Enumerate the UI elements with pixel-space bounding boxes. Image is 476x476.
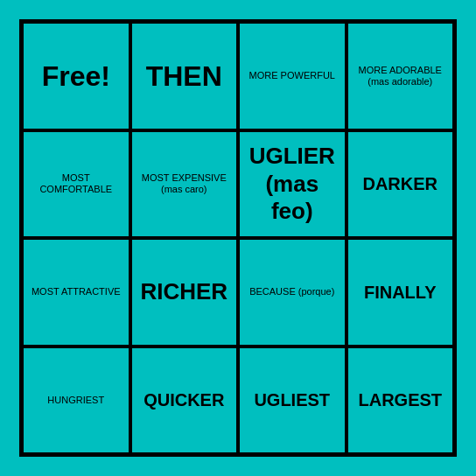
bingo-cell-r0c2: MORE POWERFUL — [238, 22, 346, 130]
cell-label: MOST COMFORTABLE — [29, 172, 123, 195]
bingo-cell-r0c3: MORE ADORABLE (mas adorable) — [346, 22, 455, 130]
cell-label: THEN — [146, 60, 222, 93]
bingo-cell-r2c0: MOST ATTRACTIVE — [22, 238, 130, 346]
bingo-cell-r1c3: DARKER — [346, 130, 455, 239]
cell-label: MOST EXPENSIVE (mas caro) — [137, 172, 232, 195]
cell-label: MOST ATTRACTIVE — [32, 286, 121, 298]
bingo-cell-r2c3: FINALLY — [346, 238, 455, 346]
bingo-cell-r3c2: UGLIEST — [238, 346, 346, 455]
bingo-cell-r2c1: RICHER — [130, 238, 239, 346]
bingo-board: Free!THENMORE POWERFULMORE ADORABLE (mas… — [19, 19, 457, 457]
cell-label: FINALLY — [364, 282, 437, 303]
cell-label: HUNGRIEST — [47, 395, 104, 406]
cell-label: BECAUSE (porque) — [249, 286, 334, 298]
cell-label: UGLIEST — [254, 389, 330, 410]
bingo-cell-r3c3: LARGEST — [346, 346, 455, 455]
bingo-cell-r0c1: THEN — [130, 22, 239, 130]
bingo-cell-r1c1: MOST EXPENSIVE (mas caro) — [130, 130, 239, 239]
bingo-cell-r2c2: BECAUSE (porque) — [238, 238, 346, 346]
cell-label: RICHER — [140, 278, 228, 305]
bingo-cell-r1c2: UGLIER (mas feo) — [238, 130, 346, 239]
cell-label: UGLIER (mas feo) — [245, 143, 340, 225]
cell-label: MORE POWERFUL — [249, 70, 335, 81]
cell-label: DARKER — [362, 173, 438, 194]
cell-label: LARGEST — [358, 389, 442, 410]
bingo-cell-r0c0: Free! — [22, 22, 130, 130]
cell-label: QUICKER — [144, 389, 224, 410]
cell-label: Free! — [42, 60, 110, 93]
bingo-cell-r3c0: HUNGRIEST — [22, 346, 130, 455]
bingo-cell-r1c0: MOST COMFORTABLE — [22, 130, 130, 239]
bingo-cell-r3c1: QUICKER — [130, 346, 239, 455]
cell-label: MORE ADORABLE (mas adorable) — [354, 65, 448, 88]
